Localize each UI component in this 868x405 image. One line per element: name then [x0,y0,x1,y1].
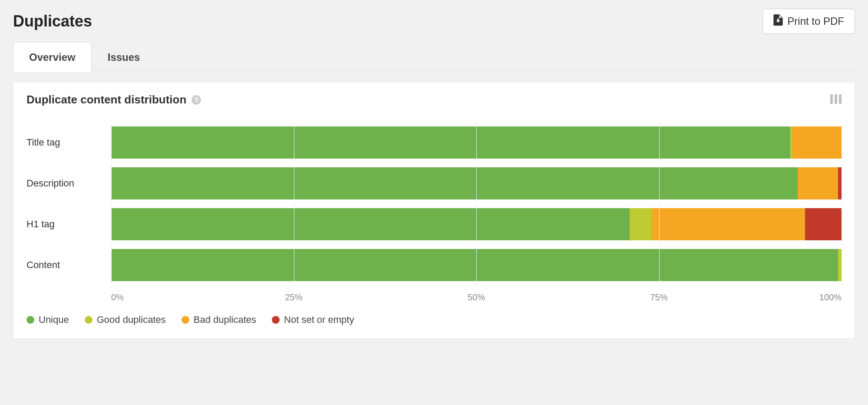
legend-item-bad[interactable]: Bad duplicates [182,314,256,325]
axis-tick: 100% [819,292,842,302]
chart-segment-empty[interactable] [805,208,842,240]
gridline [111,122,112,285]
tabs: Overview Issues [13,42,855,72]
print-to-pdf-button[interactable]: Print to PDF [762,9,855,34]
tab-issues[interactable]: Issues [92,42,156,72]
legend-swatch [182,316,189,324]
legend-label: Bad duplicates [194,314,256,325]
print-to-pdf-label: Print to PDF [787,15,844,27]
page-title: Duplicates [13,12,92,30]
distribution-chart: Title tagDescriptionH1 tagContent 0%25%5… [26,122,842,304]
chart-segment-good[interactable] [838,249,842,281]
axis-tick: 50% [468,292,485,302]
chart-category-label: Description [26,163,111,204]
legend-item-empty[interactable]: Not set or empty [272,314,354,325]
axis-tick: 0% [111,292,124,302]
chart-segment-empty[interactable] [838,167,842,199]
legend-swatch [85,316,92,324]
legend-item-good[interactable]: Good duplicates [85,314,166,325]
legend-label: Good duplicates [97,314,166,325]
chart-legend: UniqueGood duplicatesBad duplicatesNot s… [26,314,842,325]
gridline [659,122,660,285]
chart-segment-unique[interactable] [111,208,630,240]
legend-swatch [272,316,280,324]
svg-rect-1 [835,94,837,104]
chart-segment-unique[interactable] [111,167,798,199]
chart-segment-unique[interactable] [111,126,790,159]
chart-category-label: Content [26,245,111,285]
chart-category-label: H1 tag [26,204,111,245]
legend-label: Unique [39,314,69,325]
help-icon[interactable]: ? [191,95,201,105]
download-file-icon [773,14,783,28]
card-title: Duplicate content distribution [26,93,186,106]
chart-segment-unique[interactable] [111,249,838,281]
columns-icon[interactable] [830,94,842,106]
gridline [842,122,842,285]
legend-label: Not set or empty [284,314,354,325]
legend-swatch [26,316,34,324]
axis-tick: 25% [285,292,302,302]
gridline [294,122,294,285]
svg-rect-0 [830,94,833,104]
chart-category-label: Title tag [26,122,111,163]
svg-rect-2 [839,94,842,104]
legend-item-unique[interactable]: Unique [26,314,69,325]
chart-segment-good[interactable] [630,208,651,240]
distribution-card: Duplicate content distribution ? Title t… [13,83,855,339]
chart-segment-bad[interactable] [792,126,842,159]
chart-segment-bad[interactable] [652,208,805,240]
chart-segment-bad[interactable] [798,167,838,199]
tab-overview[interactable]: Overview [13,42,92,72]
axis-tick: 75% [650,292,667,302]
gridline [476,122,477,285]
